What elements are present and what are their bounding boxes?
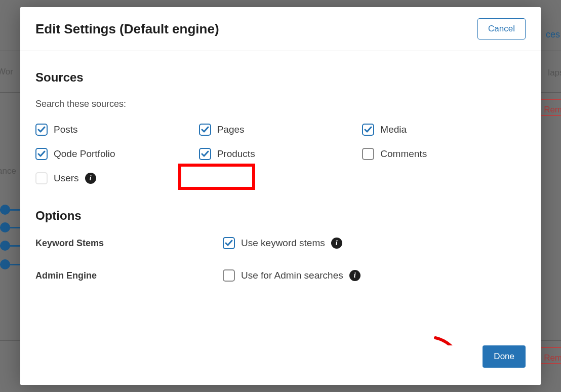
- option-control-label: Use for Admin searches: [241, 270, 343, 281]
- source-label: Comments: [380, 148, 427, 160]
- source-item-users: Usersi: [35, 172, 199, 184]
- cancel-button[interactable]: Cancel: [477, 18, 526, 40]
- source-item-products: Products: [199, 148, 363, 160]
- done-button[interactable]: Done: [483, 345, 526, 368]
- source-label: Products: [217, 148, 255, 160]
- modal-header: Edit Settings (Default engine) Cancel: [20, 7, 541, 51]
- bg-text: ance: [0, 166, 16, 176]
- checkbox-keyword-stems[interactable]: [223, 237, 235, 249]
- bg-text: lapse: [548, 68, 561, 78]
- bg-text: Wor: [0, 67, 13, 77]
- option-row-admin-engine: Admin EngineUse for Admin searchesi: [35, 269, 526, 282]
- checkbox-users: [35, 172, 48, 184]
- sources-subheading: Search these sources:: [35, 99, 526, 109]
- source-item-comments: Comments: [362, 148, 526, 160]
- options-section: Keyword StemsUse keyword stemsiAdmin Eng…: [35, 237, 526, 282]
- option-row-keyword-stems: Keyword StemsUse keyword stemsi: [35, 237, 526, 249]
- source-item-posts: Posts: [35, 124, 199, 136]
- option-control-label: Use keyword stems: [241, 238, 325, 249]
- info-icon[interactable]: i: [85, 173, 96, 184]
- modal-title: Edit Settings (Default engine): [35, 21, 219, 37]
- modal-body: Sources Search these sources: PostsPages…: [20, 51, 541, 345]
- info-icon[interactable]: i: [349, 270, 360, 281]
- source-item-media: Media: [362, 124, 526, 136]
- sources-grid: PostsPagesMediaQode PortfolioProductsCom…: [35, 124, 526, 184]
- checkbox-qode-portfolio[interactable]: [35, 148, 48, 160]
- checkbox-pages[interactable]: [199, 124, 211, 136]
- source-label: Pages: [217, 124, 245, 135]
- checkbox-admin-engine[interactable]: [223, 269, 235, 282]
- info-icon[interactable]: i: [331, 238, 342, 249]
- source-item-qode-portfolio: Qode Portfolio: [35, 148, 199, 160]
- source-label: Posts: [54, 124, 78, 135]
- sources-heading: Sources: [35, 70, 526, 85]
- modal-footer: Done: [20, 345, 541, 385]
- bg-text: ces &: [546, 29, 561, 40]
- option-label: Admin Engine: [35, 270, 223, 281]
- option-label: Keyword Stems: [35, 238, 223, 249]
- source-label: Qode Portfolio: [54, 148, 115, 160]
- source-item-pages: Pages: [199, 124, 363, 136]
- edit-settings-modal: Edit Settings (Default engine) Cancel So…: [20, 7, 541, 385]
- checkbox-comments[interactable]: [362, 148, 374, 160]
- checkbox-posts[interactable]: [35, 124, 48, 136]
- source-label: Media: [380, 124, 407, 135]
- option-control: Use keyword stemsi: [223, 237, 342, 249]
- options-heading: Options: [35, 209, 526, 223]
- source-label: Users: [54, 173, 79, 184]
- checkbox-media[interactable]: [362, 124, 374, 136]
- annotation-arrow: [415, 334, 486, 345]
- option-control: Use for Admin searchesi: [223, 269, 360, 282]
- checkbox-products[interactable]: [199, 148, 211, 160]
